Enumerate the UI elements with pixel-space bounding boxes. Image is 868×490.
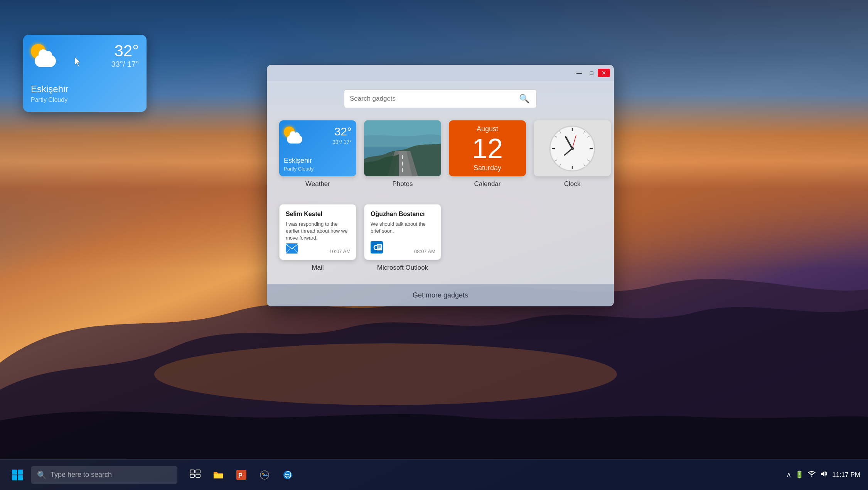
panel-titlebar: — □ ✕ bbox=[267, 65, 614, 81]
close-button[interactable]: ✕ bbox=[598, 69, 610, 77]
svg-rect-40 bbox=[196, 474, 200, 477]
taskbar-file-explorer-button[interactable] bbox=[208, 465, 228, 485]
photos-gadget-label: Photos bbox=[393, 180, 413, 188]
gadgets-grid-bottom: Selim Kestel I was responding to the ear… bbox=[267, 200, 614, 284]
search-icon: 🔍 bbox=[519, 94, 529, 103]
battery-icon: 🔋 bbox=[795, 470, 804, 479]
taskbar-photos-button[interactable] bbox=[255, 465, 275, 485]
calendar-weekday: Saturday bbox=[474, 164, 501, 172]
weather-icon-desktop bbox=[31, 42, 58, 73]
outlook-gadget-cell: Oğuzhan Bostancı We should talk about th… bbox=[360, 200, 445, 275]
volume-icon bbox=[820, 470, 828, 479]
svg-point-44 bbox=[262, 473, 264, 475]
taskbar-task-view-button[interactable] bbox=[185, 465, 205, 485]
weather-gadget-label: Weather bbox=[305, 180, 330, 188]
mail-icon bbox=[286, 243, 298, 253]
photos-taskbar-icon bbox=[260, 470, 270, 480]
clock-gadget-tile[interactable] bbox=[534, 120, 611, 176]
taskbar: 🔍 Type here to search P bbox=[0, 459, 868, 490]
wifi-svg bbox=[807, 471, 816, 477]
taskbar-apps: P bbox=[185, 465, 298, 485]
outlook-gadget-tile[interactable]: Oğuzhan Bostancı We should talk about th… bbox=[364, 204, 441, 260]
weather-tile-city: Eskişehir bbox=[284, 157, 312, 165]
photos-gadget-cell: Photos bbox=[360, 117, 445, 192]
weather-tile-icon bbox=[284, 125, 304, 148]
mail-gadget-tile[interactable]: Selim Kestel I was responding to the ear… bbox=[279, 204, 356, 260]
weather-tile-temp: 32° bbox=[334, 125, 352, 138]
svg-rect-38 bbox=[190, 474, 194, 477]
desktop-temp-range: 33°/ 17° bbox=[111, 60, 139, 69]
svg-rect-39 bbox=[196, 470, 200, 473]
search-input[interactable] bbox=[350, 95, 517, 103]
calendar-month: August bbox=[477, 125, 498, 133]
chevron-up-icon[interactable]: ∧ bbox=[786, 470, 791, 479]
gadgets-grid-top: 32° 33°/ 17° Eskişehir Partly Cloudy Wea… bbox=[267, 117, 614, 200]
maximize-button[interactable]: □ bbox=[585, 69, 598, 77]
svg-point-46 bbox=[811, 475, 812, 476]
calendar-gadget-cell: August 12 Saturday Calendar bbox=[445, 117, 530, 192]
outlook-time: 08:07 AM bbox=[414, 248, 435, 254]
panel-search-area: 🔍 bbox=[267, 81, 614, 117]
desktop-city: Eskişehir bbox=[31, 84, 68, 95]
search-box[interactable]: 🔍 bbox=[344, 90, 537, 108]
empty-gadget-cell-1 bbox=[445, 200, 525, 275]
outlook-sender: Oğuzhan Bostancı bbox=[371, 211, 435, 218]
svg-point-24 bbox=[571, 148, 573, 149]
cloud-icon-sm bbox=[287, 135, 302, 144]
get-more-gadgets-link[interactable]: Get more gadgets bbox=[413, 291, 468, 299]
mail-gadget-label: Mail bbox=[312, 264, 324, 272]
start-button[interactable] bbox=[8, 465, 27, 485]
powerpoint-icon: P bbox=[236, 470, 246, 480]
svg-rect-37 bbox=[190, 470, 194, 473]
task-view-icon bbox=[190, 470, 201, 480]
clock-gadget-cell: Clock bbox=[530, 117, 614, 192]
taskbar-edge-button[interactable] bbox=[278, 465, 298, 485]
empty-gadget-cell-2 bbox=[525, 200, 605, 275]
systray: ∧ 🔋 bbox=[786, 470, 828, 479]
outlook-icon: O bbox=[371, 241, 383, 253]
panel-footer: Get more gadgets bbox=[267, 284, 614, 306]
taskbar-right: ∧ 🔋 11:17 PM bbox=[786, 470, 860, 480]
weather-widget-desktop[interactable]: 32° 33°/ 17° Eskişehir Partly Cloudy bbox=[23, 35, 147, 112]
calendar-gadget-tile[interactable]: August 12 Saturday bbox=[449, 120, 526, 176]
weather-tile-range: 33°/ 17° bbox=[332, 139, 352, 145]
edge-icon bbox=[283, 470, 293, 480]
clock-gadget-label: Clock bbox=[564, 180, 581, 188]
svg-point-0 bbox=[154, 343, 617, 405]
desktop-temperature: 32° bbox=[114, 42, 139, 60]
outlook-preview: We should talk about the brief soon. bbox=[371, 221, 435, 235]
mail-time: 10:07 AM bbox=[329, 248, 351, 254]
weather-tile-condition: Partly Cloudy bbox=[284, 166, 313, 172]
weather-gadget-tile[interactable]: 32° 33°/ 17° Eskişehir Partly Cloudy bbox=[279, 120, 356, 176]
volume-svg bbox=[820, 470, 828, 477]
mail-sender: Selim Kestel bbox=[286, 211, 350, 218]
photos-gadget-tile[interactable] bbox=[364, 120, 441, 176]
calendar-gadget-label: Calendar bbox=[474, 180, 501, 188]
photos-svg bbox=[364, 120, 441, 176]
mail-gadget-cell: Selim Kestel I was responding to the ear… bbox=[275, 200, 360, 275]
calendar-day: 12 bbox=[472, 135, 503, 162]
search-button[interactable]: 🔍 bbox=[517, 92, 531, 105]
weather-gadget-cell: 32° 33°/ 17° Eskişehir Partly Cloudy Wea… bbox=[275, 117, 360, 192]
clock-svg bbox=[547, 123, 597, 174]
taskbar-time[interactable]: 11:17 PM bbox=[832, 470, 860, 480]
minimize-button[interactable]: — bbox=[573, 69, 585, 77]
mail-preview: I was responding to the earlier thread a… bbox=[286, 221, 350, 242]
taskbar-powerpoint-button[interactable]: P bbox=[231, 465, 251, 485]
svg-text:P: P bbox=[238, 472, 243, 479]
file-explorer-icon bbox=[213, 470, 224, 480]
outlook-icon-area: O bbox=[371, 241, 383, 255]
mail-icon-area bbox=[286, 243, 298, 255]
windows-icon bbox=[12, 470, 23, 480]
cloud-icon bbox=[35, 55, 56, 67]
outlook-gadget-label: Microsoft Outlook bbox=[377, 264, 428, 272]
svg-rect-26 bbox=[286, 244, 298, 253]
taskbar-search-icon: 🔍 bbox=[37, 470, 47, 480]
wifi-icon bbox=[807, 471, 816, 479]
gadgets-panel: — □ ✕ 🔍 bbox=[267, 65, 614, 306]
taskbar-search-text: Type here to search bbox=[51, 471, 112, 479]
desktop-condition: Partly Cloudy bbox=[31, 96, 67, 103]
taskbar-search[interactable]: 🔍 Type here to search bbox=[31, 466, 177, 484]
